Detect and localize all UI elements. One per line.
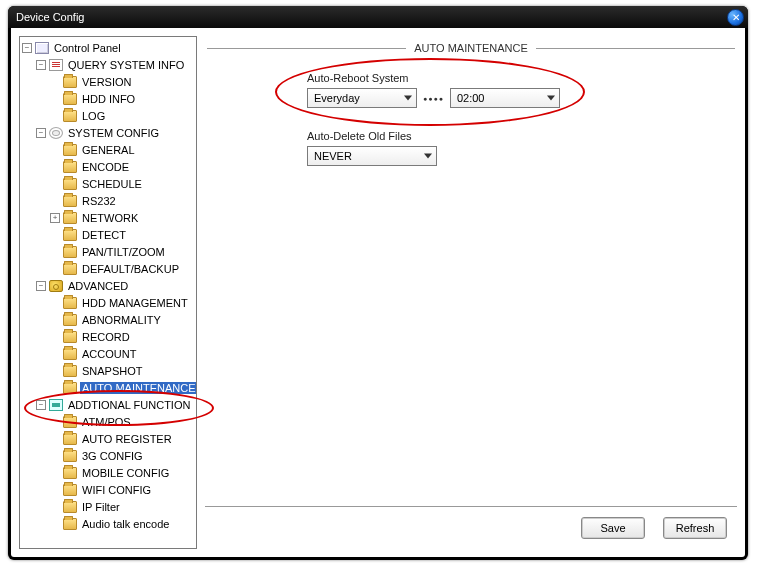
navigation-tree[interactable]: − Control Panel − QUERY SYSTEM INFO VERS…	[19, 36, 197, 549]
function-icon	[49, 399, 63, 411]
folder-icon	[63, 331, 77, 343]
tree-item-account[interactable]: ACCOUNT	[80, 348, 138, 360]
folder-icon	[63, 433, 77, 445]
reboot-frequency-select[interactable]: Everyday	[307, 88, 417, 108]
tree-item-snapshot[interactable]: SNAPSHOT	[80, 365, 145, 377]
tree-item-autoreg[interactable]: AUTO REGISTER	[80, 433, 174, 445]
gear-icon	[49, 127, 63, 139]
collapse-icon[interactable]: −	[36, 400, 46, 410]
tree-item-ipfilter[interactable]: IP Filter	[80, 501, 122, 513]
window-title: Device Config	[16, 11, 727, 23]
divider	[205, 506, 737, 507]
folder-icon	[63, 484, 77, 496]
section-title: AUTO MAINTENANCE	[406, 42, 535, 54]
collapse-icon[interactable]: −	[36, 60, 46, 70]
titlebar: Device Config ✕	[8, 6, 748, 28]
content-panel: AUTO MAINTENANCE Auto-Reboot System Ever…	[205, 36, 737, 549]
folder-icon	[63, 297, 77, 309]
tree-group-additional[interactable]: ADDTIONAL FUNCTION	[66, 399, 192, 411]
folder-icon	[63, 161, 77, 173]
tree-item-abnorm[interactable]: ABNORMALITY	[80, 314, 163, 326]
tree-item-atmpos[interactable]: ATM/POS	[80, 416, 133, 428]
folder-icon	[63, 501, 77, 513]
auto-reboot-label: Auto-Reboot System	[307, 72, 735, 84]
panel-icon	[35, 42, 49, 54]
folder-icon	[63, 518, 77, 530]
tree-item-version[interactable]: VERSION	[80, 76, 134, 88]
tree-item-general[interactable]: GENERAL	[80, 144, 137, 156]
folder-icon	[63, 93, 77, 105]
folder-icon	[63, 382, 77, 394]
collapse-icon[interactable]: −	[22, 43, 32, 53]
folder-icon	[63, 263, 77, 275]
reboot-time-select[interactable]: 02:00	[450, 88, 560, 108]
tree-item-detect[interactable]: DETECT	[80, 229, 128, 241]
folder-icon	[63, 246, 77, 258]
folder-icon	[63, 416, 77, 428]
advanced-icon	[49, 280, 63, 292]
info-icon	[49, 59, 63, 71]
folder-icon	[63, 178, 77, 190]
divider	[536, 48, 735, 49]
auto-delete-select[interactable]: NEVER	[307, 146, 437, 166]
folder-icon	[63, 110, 77, 122]
divider	[207, 48, 406, 49]
collapse-icon[interactable]: −	[36, 128, 46, 138]
refresh-button[interactable]: Refresh	[663, 517, 727, 539]
folder-icon	[63, 365, 77, 377]
tree-item-wifi[interactable]: WIFI CONFIG	[80, 484, 153, 496]
tree-item-ptz[interactable]: PAN/TILT/ZOOM	[80, 246, 167, 258]
tree-item-network[interactable]: NETWORK	[80, 212, 140, 224]
tree-group-query[interactable]: QUERY SYSTEM INFO	[66, 59, 186, 71]
folder-icon	[63, 144, 77, 156]
folder-icon	[63, 229, 77, 241]
collapse-icon[interactable]: −	[36, 281, 46, 291]
folder-icon	[63, 467, 77, 479]
close-icon[interactable]: ✕	[727, 9, 744, 26]
save-button[interactable]: Save	[581, 517, 645, 539]
tree-group-advanced[interactable]: ADVANCED	[66, 280, 130, 292]
tree-item-audiotalk[interactable]: Audio talk encode	[80, 518, 171, 530]
tree-item-encode[interactable]: ENCODE	[80, 161, 131, 173]
tree-item-rs232[interactable]: RS232	[80, 195, 118, 207]
tree-item-backup[interactable]: DEFAULT/BACKUP	[80, 263, 181, 275]
tree-item-hddinfo[interactable]: HDD INFO	[80, 93, 137, 105]
tree-group-system[interactable]: SYSTEM CONFIG	[66, 127, 161, 139]
tree-item-automaint[interactable]: AUTO MAINTENANCE	[80, 382, 197, 394]
tree-item-log[interactable]: LOG	[80, 110, 107, 122]
folder-icon	[63, 195, 77, 207]
folder-icon	[63, 450, 77, 462]
tree-item-mobile[interactable]: MOBILE CONFIG	[80, 467, 171, 479]
auto-delete-label: Auto-Delete Old Files	[307, 130, 735, 142]
expand-icon[interactable]: +	[50, 213, 60, 223]
tree-root[interactable]: Control Panel	[52, 42, 123, 54]
tree-item-record[interactable]: RECORD	[80, 331, 132, 343]
folder-icon	[63, 348, 77, 360]
tree-item-hddmng[interactable]: HDD MANAGEMENT	[80, 297, 190, 309]
folder-icon	[63, 212, 77, 224]
tree-item-schedule[interactable]: SCHEDULE	[80, 178, 144, 190]
folder-icon	[63, 76, 77, 88]
tree-item-3g[interactable]: 3G CONFIG	[80, 450, 145, 462]
folder-icon	[63, 314, 77, 326]
separator-dots: ●●●●	[423, 95, 444, 102]
window: Device Config ✕ − Control Panel −	[8, 6, 748, 560]
